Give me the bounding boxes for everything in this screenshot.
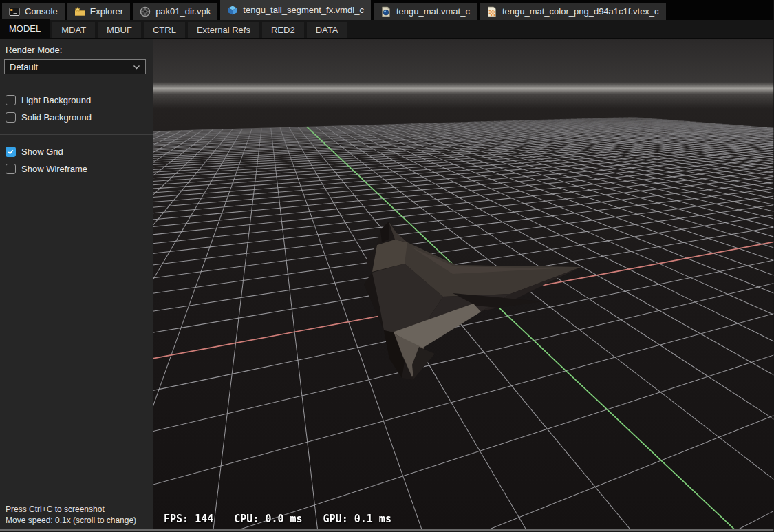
sidebar-divider <box>0 134 153 135</box>
asset-browser-window: ConsoleExplorerpak01_dir.vpktengu_tail_s… <box>0 0 774 532</box>
file-tab-pak01-dir-vpk[interactable]: pak01_dir.vpk <box>133 3 217 20</box>
checkbox-show-grid[interactable]: Show Grid <box>0 143 153 160</box>
hint-screenshot: Press Ctrl+C to screenshot <box>6 504 136 515</box>
vpk-archive-icon <box>140 6 151 17</box>
stat-gpu: GPU: 0.1 ms <box>323 513 391 525</box>
file-tab-label: tengu_tail_segment_fx.vmdl_c <box>243 5 364 15</box>
sidebar-divider <box>0 83 153 83</box>
texture-checker-icon <box>486 6 497 17</box>
checkbox-solid-background[interactable]: Solid Background <box>0 109 153 126</box>
stat-cpu: CPU: 0.0 ms <box>234 513 302 525</box>
material-sphere-icon <box>380 6 391 17</box>
view-tab-mdat[interactable]: MDAT <box>52 22 95 38</box>
file-tab-label: tengu_mat_color_png_d94a1c1f.vtex_c <box>502 6 659 17</box>
checkbox-label: Light Background <box>21 95 91 105</box>
file-tab-label: pak01_dir.vpk <box>155 6 211 17</box>
checkbox-list: Light BackgroundSolid BackgroundShow Gri… <box>0 92 153 178</box>
file-tab-console[interactable]: Console <box>2 3 65 20</box>
render-mode-value: Default <box>10 62 38 72</box>
sidebar: Render Mode: Default Light BackgroundSol… <box>0 39 153 529</box>
chevron-down-icon <box>133 65 140 70</box>
checkbox-label: Show Wireframe <box>21 164 87 174</box>
hint-move-speed: Move speed: 0.1x (scroll to change) <box>6 515 136 526</box>
checkbox-label: Show Grid <box>21 147 63 157</box>
file-tab-tengu-mat-color-png-d94a1c1f-vtex-c[interactable]: tengu_mat_color_png_d94a1c1f.vtex_c <box>480 3 666 20</box>
view-tab-red2[interactable]: RED2 <box>262 22 304 38</box>
file-tab-tengu-mat-vmat-c[interactable]: tengu_mat.vmat_c <box>374 3 477 20</box>
checkbox-light-background[interactable]: Light Background <box>0 92 153 109</box>
checkbox-label: Solid Background <box>21 112 92 123</box>
perf-stats: FPS: 144CPU: 0.0 msGPU: 0.1 ms <box>164 513 391 525</box>
window-bottom-border <box>0 529 774 532</box>
view-tab-data[interactable]: DATA <box>307 22 347 38</box>
folder-star-icon <box>74 6 85 17</box>
console-icon <box>9 6 20 17</box>
file-tab-bar: ConsoleExplorerpak01_dir.vpktengu_tail_s… <box>0 0 774 20</box>
view-tab-external-refs[interactable]: External Refs <box>188 22 259 38</box>
stat-fps: FPS: 144 <box>164 513 213 525</box>
model-cube-icon <box>227 5 238 16</box>
view-tab-mbuf[interactable]: MBUF <box>98 22 141 38</box>
file-tab-label: Explorer <box>90 6 123 17</box>
viewport-hints: Press Ctrl+C to screenshot Move speed: 0… <box>6 504 136 526</box>
checkbox-checked-icon <box>6 147 16 157</box>
view-tab-model[interactable]: MODEL <box>0 19 50 38</box>
viewport-3d: FPS: 144CPU: 0.0 msGPU: 0.1 ms <box>153 39 774 529</box>
checkbox-show-wireframe[interactable]: Show Wireframe <box>0 160 153 178</box>
render-mode-select[interactable]: Default <box>4 59 146 74</box>
checkbox-unchecked-icon <box>6 95 16 105</box>
file-tab-explorer[interactable]: Explorer <box>67 3 130 20</box>
render-mode-label: Render Mode: <box>0 39 153 59</box>
view-tab-bar: MODELMDATMBUFCTRLExternal RefsRED2DATA <box>0 20 774 39</box>
file-tab-tengu-tail-segment-fx-vmdl-c[interactable]: tengu_tail_segment_fx.vmdl_c <box>220 0 371 20</box>
checkbox-unchecked-icon <box>6 164 16 174</box>
file-tab-label: tengu_mat.vmat_c <box>396 6 470 17</box>
checkbox-unchecked-icon <box>6 112 16 123</box>
view-tab-ctrl[interactable]: CTRL <box>144 22 185 38</box>
content-area: Render Mode: Default Light BackgroundSol… <box>0 39 774 529</box>
viewport-canvas[interactable] <box>153 39 774 529</box>
file-tab-label: Console <box>25 6 58 17</box>
